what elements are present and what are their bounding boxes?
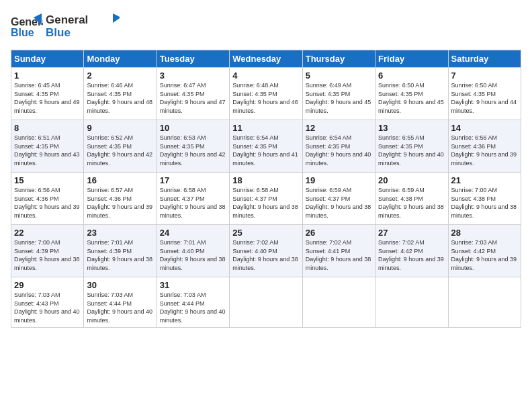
logo-icon: General Blue [11,12,43,40]
calendar-cell: 5 Sunrise: 6:49 AMSunset: 4:35 PMDayligh… [302,68,375,120]
day-number: 12 [306,123,372,133]
calendar-cell: 27 Sunrise: 7:02 AMSunset: 4:42 PMDaylig… [375,225,448,277]
day-info: Sunrise: 6:58 AMSunset: 4:37 PMDaylight:… [232,187,298,219]
day-info: Sunrise: 6:52 AMSunset: 4:35 PMDaylight:… [87,134,152,167]
calendar-cell: 8 Sunrise: 6:51 AMSunset: 4:35 PMDayligh… [11,120,84,173]
day-info: Sunrise: 6:50 AMSunset: 4:35 PMDaylight:… [451,82,517,114]
calendar-cell [302,277,375,328]
week-row-3: 15 Sunrise: 6:56 AMSunset: 4:36 PMDaylig… [11,173,521,225]
calendar-cell: 28 Sunrise: 7:03 AMSunset: 4:42 PMDaylig… [448,225,521,277]
weekday-header-monday: Monday [84,50,157,68]
calendar-cell: 14 Sunrise: 6:56 AMSunset: 4:36 PMDaylig… [448,120,521,173]
calendar-cell: 23 Sunrise: 7:01 AMSunset: 4:39 PMDaylig… [84,225,157,277]
day-number: 2 [87,71,153,81]
day-number: 28 [451,228,518,238]
week-row-1: 1 Sunrise: 6:45 AMSunset: 4:35 PMDayligh… [11,68,521,120]
calendar-cell: 26 Sunrise: 7:02 AMSunset: 4:41 PMDaylig… [302,225,375,277]
day-info: Sunrise: 7:00 AMSunset: 4:39 PMDaylight:… [14,239,80,271]
day-number: 23 [87,228,153,238]
calendar-cell: 13 Sunrise: 6:55 AMSunset: 4:35 PMDaylig… [375,120,448,173]
header: General Blue General Blue [11,11,521,43]
day-number: 6 [378,71,445,81]
day-info: Sunrise: 6:56 AMSunset: 4:36 PMDaylight:… [451,134,517,167]
day-number: 14 [451,123,518,133]
day-info: Sunrise: 7:02 AMSunset: 4:41 PMDaylight:… [306,239,371,271]
calendar-cell: 12 Sunrise: 6:54 AMSunset: 4:35 PMDaylig… [302,120,375,173]
weekday-header-friday: Friday [375,50,448,68]
day-number: 27 [378,228,445,238]
day-info: Sunrise: 6:59 AMSunset: 4:38 PMDaylight:… [378,187,444,219]
day-number: 26 [306,228,372,238]
weekday-header-row: SundayMondayTuesdayWednesdayThursdayFrid… [11,50,521,68]
day-info: Sunrise: 7:03 AMSunset: 4:44 PMDaylight:… [87,291,152,324]
calendar-cell: 20 Sunrise: 6:59 AMSunset: 4:38 PMDaylig… [375,173,448,225]
calendar-cell: 17 Sunrise: 6:58 AMSunset: 4:37 PMDaylig… [157,173,229,225]
calendar-cell: 25 Sunrise: 7:02 AMSunset: 4:40 PMDaylig… [230,225,302,277]
weekday-header-sunday: Sunday [11,50,84,68]
calendar-cell [230,277,302,328]
day-info: Sunrise: 6:55 AMSunset: 4:35 PMDaylight:… [378,134,444,167]
day-info: Sunrise: 7:00 AMSunset: 4:38 PMDaylight:… [451,187,517,219]
weekday-header-saturday: Saturday [448,50,521,68]
svg-text:General: General [46,13,88,26]
day-number: 22 [14,228,81,238]
day-number: 11 [232,123,299,133]
calendar-cell: 21 Sunrise: 7:00 AMSunset: 4:38 PMDaylig… [448,173,521,225]
svg-text:Blue: Blue [11,27,34,38]
day-number: 24 [160,228,226,238]
day-info: Sunrise: 6:45 AMSunset: 4:35 PMDaylight:… [14,82,80,114]
calendar-cell: 18 Sunrise: 6:58 AMSunset: 4:37 PMDaylig… [230,173,302,225]
day-number: 4 [232,71,299,81]
calendar-cell: 6 Sunrise: 6:50 AMSunset: 4:35 PMDayligh… [375,68,448,120]
day-info: Sunrise: 6:57 AMSunset: 4:36 PMDaylight:… [87,187,152,219]
day-number: 16 [87,175,153,185]
week-row-4: 22 Sunrise: 7:00 AMSunset: 4:39 PMDaylig… [11,225,521,277]
calendar-table: SundayMondayTuesdayWednesdayThursdayFrid… [11,50,521,328]
calendar-cell: 31 Sunrise: 7:03 AMSunset: 4:44 PMDaylig… [157,277,229,328]
day-info: Sunrise: 6:49 AMSunset: 4:35 PMDaylight:… [306,82,371,114]
calendar-cell: 22 Sunrise: 7:00 AMSunset: 4:39 PMDaylig… [11,225,84,277]
weekday-header-wednesday: Wednesday [230,50,302,68]
day-number: 21 [451,175,518,185]
day-info: Sunrise: 6:59 AMSunset: 4:37 PMDaylight:… [306,187,371,219]
calendar-cell: 2 Sunrise: 6:46 AMSunset: 4:35 PMDayligh… [84,68,157,120]
calendar-cell: 9 Sunrise: 6:52 AMSunset: 4:35 PMDayligh… [84,120,157,173]
day-number: 10 [160,123,226,133]
day-info: Sunrise: 6:58 AMSunset: 4:37 PMDaylight:… [160,187,226,219]
day-number: 29 [14,280,81,290]
day-info: Sunrise: 7:03 AMSunset: 4:44 PMDaylight:… [160,291,226,324]
calendar-cell: 3 Sunrise: 6:47 AMSunset: 4:35 PMDayligh… [157,68,229,120]
page-container: General Blue General Blue SundayMondayTu… [0,0,532,411]
weekday-header-tuesday: Tuesday [157,50,229,68]
day-number: 13 [378,123,445,133]
day-number: 31 [160,280,226,290]
day-info: Sunrise: 7:02 AMSunset: 4:40 PMDaylight:… [232,239,298,271]
day-number: 7 [451,71,518,81]
weekday-header-thursday: Thursday [302,50,375,68]
day-info: Sunrise: 6:51 AMSunset: 4:35 PMDaylight:… [14,134,80,167]
calendar-cell: 30 Sunrise: 7:03 AMSunset: 4:44 PMDaylig… [84,277,157,328]
day-info: Sunrise: 7:03 AMSunset: 4:42 PMDaylight:… [451,239,517,271]
day-number: 30 [87,280,153,290]
day-info: Sunrise: 6:56 AMSunset: 4:36 PMDaylight:… [14,187,80,219]
calendar-cell: 11 Sunrise: 6:54 AMSunset: 4:35 PMDaylig… [230,120,302,173]
logo-svg: General Blue [46,11,120,40]
calendar-cell: 24 Sunrise: 7:01 AMSunset: 4:40 PMDaylig… [157,225,229,277]
day-info: Sunrise: 6:53 AMSunset: 4:35 PMDaylight:… [160,134,226,167]
day-number: 9 [87,123,153,133]
week-row-2: 8 Sunrise: 6:51 AMSunset: 4:35 PMDayligh… [11,120,521,173]
day-info: Sunrise: 7:01 AMSunset: 4:40 PMDaylight:… [160,239,226,271]
calendar-cell [375,277,448,328]
day-info: Sunrise: 7:01 AMSunset: 4:39 PMDaylight:… [87,239,152,271]
svg-text:Blue: Blue [46,26,71,39]
calendar-cell: 7 Sunrise: 6:50 AMSunset: 4:35 PMDayligh… [448,68,521,120]
logo: General Blue General Blue [11,11,120,43]
day-info: Sunrise: 6:54 AMSunset: 4:35 PMDaylight:… [232,134,298,167]
week-row-5: 29 Sunrise: 7:03 AMSunset: 4:43 PMDaylig… [11,277,521,328]
day-number: 20 [378,175,445,185]
day-info: Sunrise: 6:47 AMSunset: 4:35 PMDaylight:… [160,82,226,114]
day-number: 17 [160,175,226,185]
day-number: 25 [232,228,299,238]
calendar-cell: 16 Sunrise: 6:57 AMSunset: 4:36 PMDaylig… [84,173,157,225]
calendar-cell: 15 Sunrise: 6:56 AMSunset: 4:36 PMDaylig… [11,173,84,225]
